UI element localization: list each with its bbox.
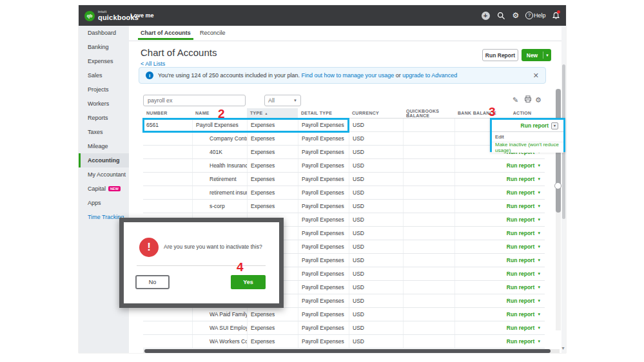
run-report-link[interactable]: Run report bbox=[507, 257, 534, 263]
edit-pencil-icon[interactable]: ✎ bbox=[512, 96, 518, 104]
sidebar-item-sales[interactable]: Sales bbox=[79, 68, 129, 82]
cell-action[interactable]: Run report▼ bbox=[500, 186, 545, 199]
action-dropdown-icon[interactable]: ▼ bbox=[537, 258, 541, 262]
new-dropdown-icon[interactable]: ▼ bbox=[543, 53, 551, 57]
tab-reconcile[interactable]: Reconcile bbox=[200, 30, 226, 36]
banner-close-icon[interactable]: ✕ bbox=[533, 71, 539, 80]
action-dropdown-icon[interactable]: ▼ bbox=[537, 245, 541, 249]
run-report-link[interactable]: Run report bbox=[521, 122, 549, 129]
menu-item-make-inactive[interactable]: Make inactive (won't reduce usage) bbox=[492, 142, 563, 153]
help-icon[interactable]: ? bbox=[525, 11, 534, 20]
cell-action[interactable]: Run report▼ bbox=[500, 159, 545, 172]
print-icon[interactable] bbox=[524, 95, 532, 104]
tab-chart-of-accounts[interactable]: Chart of Accounts bbox=[141, 30, 191, 36]
help-label[interactable]: Help bbox=[534, 12, 546, 19]
action-dropdown-icon[interactable]: ▼ bbox=[551, 122, 558, 129]
cell-action[interactable]: Run report▼ bbox=[500, 240, 545, 253]
run-report-link[interactable]: Run report bbox=[507, 298, 534, 304]
table-row[interactable]: 401KExpensesPayroll ExpensesUSDRun repor… bbox=[143, 146, 545, 159]
sidebar-item-projects[interactable]: Projects bbox=[79, 82, 129, 97]
search-icon[interactable] bbox=[496, 11, 505, 20]
cell-action[interactable]: Run report▼ bbox=[500, 254, 545, 267]
table-row[interactable]: WA SUI EmployerExpensesPayroll ExpensesU… bbox=[143, 321, 545, 335]
table-row[interactable]: WA Workers CompeExpensesPayroll Expenses… bbox=[143, 335, 545, 348]
cell-action[interactable]: Run report▼ bbox=[500, 294, 545, 307]
run-report-link[interactable]: Run report bbox=[507, 230, 534, 236]
cell-action[interactable]: Run report▼ bbox=[500, 281, 545, 294]
action-dropdown-icon[interactable]: ▼ bbox=[537, 177, 541, 181]
action-dropdown-icon[interactable]: ▼ bbox=[537, 218, 541, 222]
run-report-link[interactable]: Run report bbox=[507, 284, 534, 291]
action-dropdown-icon[interactable]: ▼ bbox=[537, 312, 541, 316]
table-row[interactable]: Company ContributionsExpensesPayroll Exp… bbox=[143, 132, 545, 146]
sidebar-item-capital[interactable]: CapitalNEW bbox=[79, 182, 129, 196]
col-type[interactable]: TYPE▲ bbox=[247, 108, 298, 118]
col-quickbooks-balance[interactable]: QUICKBOOKS BALANCE bbox=[403, 108, 454, 118]
table-row[interactable]: 6561Payroll ExpensesExpensesPayroll Expe… bbox=[143, 119, 545, 132]
cell-action[interactable]: Run report▼ bbox=[500, 200, 545, 213]
filter-search-input[interactable] bbox=[143, 95, 246, 106]
table-row[interactable]: RetirementExpensesPayroll ExpensesUSDRun… bbox=[143, 173, 545, 186]
sidebar-item-workers[interactable]: Workers bbox=[79, 97, 129, 111]
action-dropdown-icon[interactable]: ▼ bbox=[537, 204, 541, 208]
sidebar-item-accounting[interactable]: Accounting bbox=[79, 153, 129, 167]
create-plus-icon[interactable]: + bbox=[481, 11, 490, 20]
table-gear-icon[interactable]: ⚙ bbox=[535, 96, 542, 104]
run-report-link[interactable]: Run report bbox=[507, 338, 534, 345]
sidebar-item-dashboard[interactable]: Dashboard bbox=[79, 26, 129, 40]
cell-action[interactable]: Run report▼ bbox=[500, 308, 545, 321]
action-dropdown-icon[interactable]: ▼ bbox=[537, 339, 541, 343]
cell-action[interactable]: Run report▼ bbox=[500, 213, 545, 226]
action-dropdown-icon[interactable]: ▼ bbox=[537, 272, 541, 276]
open-action-cell[interactable]: Run report ▼ bbox=[492, 120, 563, 131]
filter-type-select[interactable]: All ▼ bbox=[264, 95, 301, 106]
col-currency[interactable]: CURRENCY bbox=[349, 108, 403, 118]
sidebar-item-banking[interactable]: Banking bbox=[79, 40, 129, 54]
action-dropdown-icon[interactable]: ▼ bbox=[537, 285, 541, 289]
run-report-link[interactable]: Run report bbox=[507, 325, 534, 331]
all-lists-link[interactable]: < All Lists bbox=[141, 61, 165, 67]
horizontal-scrollbar-thumb[interactable] bbox=[144, 349, 551, 353]
run-report-link[interactable]: Run report bbox=[507, 176, 534, 182]
run-report-link[interactable]: Run report bbox=[507, 162, 534, 169]
sidebar-item-apps[interactable]: Apps bbox=[79, 196, 129, 210]
col-name[interactable]: NAME bbox=[192, 108, 247, 118]
run-report-link[interactable]: Run report bbox=[507, 311, 534, 318]
table-row[interactable]: WA Paid Family andExpensesPayroll Expens… bbox=[143, 308, 545, 321]
menu-item-edit[interactable]: Edit bbox=[492, 132, 563, 142]
settings-gear-icon[interactable]: ⚙ bbox=[511, 11, 520, 20]
cell-action[interactable]: Run report▼ bbox=[500, 335, 545, 348]
yes-button[interactable]: Yes bbox=[231, 275, 266, 289]
sidebar-item-expenses[interactable]: Expenses bbox=[79, 54, 129, 68]
manage-usage-link[interactable]: Find out how to manage your usage bbox=[302, 72, 395, 79]
sidebar-item-taxes[interactable]: Taxes bbox=[79, 125, 129, 139]
window-vertical-scrollbar[interactable] bbox=[561, 26, 566, 353]
action-dropdown-icon[interactable]: ▼ bbox=[537, 164, 541, 167]
run-report-button[interactable]: Run Report bbox=[482, 49, 518, 61]
upgrade-link[interactable]: upgrade to Advanced bbox=[402, 72, 457, 79]
table-row[interactable]: Health InsuranceExpensesPayroll Expenses… bbox=[143, 159, 545, 173]
sidebar-item-my-accountant[interactable]: My Accountant bbox=[79, 167, 129, 182]
table-row[interactable]: retirement insuranceExpensesPayroll Expe… bbox=[143, 186, 545, 200]
cell-action[interactable]: Run report▼ bbox=[500, 227, 545, 240]
col-bank-balance[interactable]: BANK BALANCE bbox=[454, 108, 500, 118]
scrollbar-handle[interactable] bbox=[554, 182, 561, 189]
sidebar-item-reports[interactable]: Reports bbox=[79, 111, 129, 125]
action-dropdown-icon[interactable]: ▼ bbox=[537, 191, 541, 195]
run-report-link[interactable]: Run report bbox=[507, 189, 534, 196]
notifications-bell-icon[interactable] bbox=[551, 11, 560, 20]
run-report-link[interactable]: Run report bbox=[507, 203, 534, 209]
action-dropdown-icon[interactable]: ▼ bbox=[537, 326, 541, 330]
table-row[interactable]: s-corpExpensesPayroll ExpensesUSDRun rep… bbox=[143, 200, 545, 213]
sidebar-item-mileage[interactable]: Mileage bbox=[79, 139, 129, 153]
col-detail-type[interactable]: DETAIL TYPE bbox=[298, 108, 349, 118]
run-report-link[interactable]: Run report bbox=[507, 243, 534, 250]
new-button-label[interactable]: New bbox=[522, 52, 543, 59]
action-dropdown-icon[interactable]: ▼ bbox=[537, 299, 541, 303]
col-number[interactable]: NUMBER bbox=[143, 108, 192, 118]
new-button[interactable]: New ▼ bbox=[522, 49, 551, 61]
cell-action[interactable]: Run report▼ bbox=[500, 173, 545, 186]
run-report-link[interactable]: Run report bbox=[507, 216, 534, 223]
horizontal-scrollbar[interactable] bbox=[143, 349, 560, 353]
cell-action[interactable]: Run report▼ bbox=[500, 321, 545, 334]
